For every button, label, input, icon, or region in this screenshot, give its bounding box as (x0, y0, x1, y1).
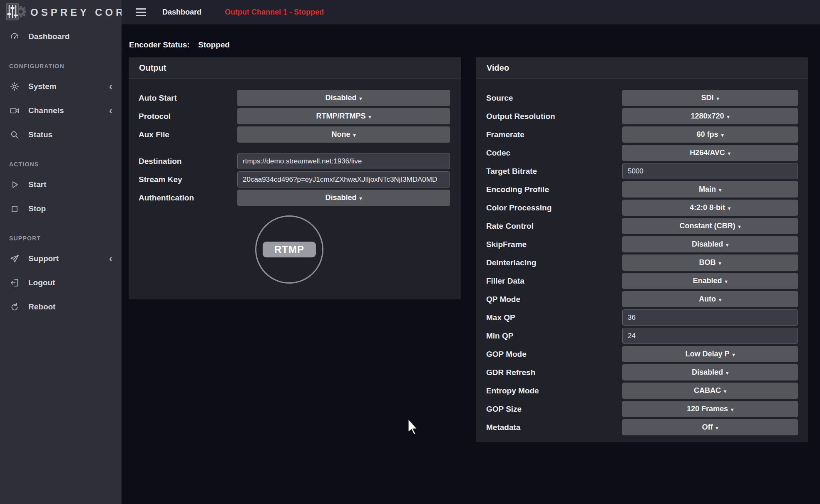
topnav-channel-status[interactable]: Output Channel 1 - Stopped (225, 8, 324, 17)
row-label-gop-mode: GOP Mode (486, 350, 622, 359)
sidebar-nav: DashboardCONFIGURATIONSystem‹Channels‹St… (0, 25, 122, 319)
sidebar: OSPREY CORE DashboardCONFIGURATIONSystem… (0, 0, 122, 504)
gear-icon (9, 81, 20, 92)
row-label-destination: Destination (139, 157, 237, 166)
sidebar-section-actions: ACTIONS (0, 156, 122, 173)
caret-down-icon: ▾ (726, 242, 728, 247)
search-icon (9, 129, 20, 140)
sidebar-item-dashboard[interactable]: Dashboard (0, 25, 122, 49)
sidebar-item-reboot[interactable]: Reboot (0, 295, 122, 319)
caret-down-icon: ▾ (724, 389, 726, 394)
caret-down-icon: ▾ (360, 96, 362, 101)
framerate-dropdown[interactable]: 60 fps▾ (622, 126, 798, 143)
row-label-deinterlacing: Deinterlacing (486, 258, 622, 267)
entropy-mode-dropdown[interactable]: CABAC▾ (622, 383, 798, 399)
auto-start-dropdown-value: Disabled (325, 94, 356, 102)
sidebar-item-label: Start (28, 180, 46, 189)
logout-icon (9, 277, 20, 288)
encoding-profile-dropdown[interactable]: Main▾ (622, 181, 798, 198)
caret-down-icon: ▾ (716, 96, 719, 101)
gop-size-dropdown-value: 120 Frames (687, 405, 728, 413)
stop-icon (9, 203, 20, 214)
output-panel: Output Auto StartDisabled▾ProtocolRTMP/R… (129, 57, 461, 299)
max-qp-input[interactable] (622, 309, 798, 326)
caret-down-icon: ▾ (738, 224, 740, 229)
gop-mode-dropdown[interactable]: Low Delay P▾ (622, 346, 798, 362)
row-gop-mode: GOP ModeLow Delay P▾ (486, 346, 798, 362)
gop-mode-dropdown-value: Low Delay P (685, 350, 729, 358)
qp-mode-dropdown[interactable]: Auto▾ (622, 291, 798, 307)
row-aux-file: Aux FileNone▾ (139, 126, 450, 143)
sidebar-item-label: Stop (28, 204, 46, 213)
row-output-resolution: Output Resolution1280x720▾ (486, 108, 798, 124)
source-dropdown[interactable]: SDI▾ (622, 90, 798, 106)
gop-size-dropdown[interactable]: 120 Frames▾ (622, 401, 798, 417)
sidebar-item-system[interactable]: System‹ (0, 74, 122, 99)
stream-key-input[interactable] (237, 171, 450, 188)
video-panel-title: Video (476, 57, 808, 79)
gdr-refresh-dropdown[interactable]: Disabled▾ (622, 364, 798, 380)
app-root: OSPREY CORE DashboardCONFIGURATIONSystem… (0, 0, 820, 504)
filler-data-dropdown[interactable]: Enabled▾ (622, 273, 798, 289)
encoder-status-value: Stopped (198, 40, 230, 49)
sidebar-section-support: SUPPORT (0, 230, 122, 247)
send-icon (9, 253, 20, 264)
caret-down-icon: ▾ (718, 261, 721, 266)
skipframe-dropdown[interactable]: Disabled▾ (622, 236, 798, 252)
caret-down-icon: ▾ (731, 407, 733, 412)
min-qp-input[interactable] (622, 328, 798, 344)
destination-input[interactable] (237, 153, 450, 169)
metadata-dropdown[interactable]: Off▾ (622, 419, 798, 435)
caret-down-icon: ▾ (719, 297, 721, 302)
row-label-color-processing: Color Processing (486, 203, 622, 212)
row-label-codec: Codec (486, 148, 622, 158)
caret-down-icon: ▾ (719, 188, 721, 193)
caret-down-icon: ▾ (733, 352, 735, 357)
codec-dropdown-value: H264/AVC (690, 148, 725, 157)
auto-start-dropdown[interactable]: Disabled▾ (237, 90, 450, 106)
menu-icon[interactable] (136, 8, 146, 16)
rate-control-dropdown[interactable]: Constant (CBR)▾ (622, 218, 798, 234)
sidebar-item-channels[interactable]: Channels‹ (0, 99, 122, 123)
caret-down-icon: ▾ (721, 133, 724, 138)
reboot-icon (9, 301, 20, 312)
output-resolution-dropdown[interactable]: 1280x720▾ (622, 108, 798, 124)
video-panel-body: SourceSDI▾Output Resolution1280x720▾Fram… (476, 79, 808, 435)
output-panel-body: Auto StartDisabled▾ProtocolRTMP/RTMPS▾Au… (129, 79, 461, 206)
codec-dropdown[interactable]: H264/AVC▾ (622, 145, 798, 161)
sidebar-item-start[interactable]: Start (0, 173, 122, 197)
chevron-left-icon: ‹ (109, 82, 112, 91)
row-label-auto-start: Auto Start (139, 94, 237, 103)
deinterlacing-dropdown-value: BOB (699, 258, 716, 267)
brand: OSPREY CORE (0, 0, 122, 25)
main-content: Encoder Status: Stopped Output Auto Star… (122, 25, 820, 504)
brand-name: OSPREY CORE (30, 7, 136, 18)
sidebar-item-logout[interactable]: Logout (0, 271, 122, 295)
encoder-status-label: Encoder Status: (129, 40, 190, 49)
sidebar-item-status[interactable]: Status (0, 123, 122, 147)
sidebar-item-label: Dashboard (28, 32, 70, 41)
target-bitrate-input[interactable] (622, 163, 798, 179)
row-rate-control: Rate ControlConstant (CBR)▾ (486, 218, 798, 234)
protocol-dropdown-value: RTMP/RTMPS (316, 112, 365, 121)
caret-down-icon: ▾ (726, 371, 728, 376)
gauge-icon (9, 31, 20, 42)
sidebar-item-label: Status (28, 130, 52, 139)
caret-down-icon: ▾ (728, 151, 731, 156)
protocol-dropdown[interactable]: RTMP/RTMPS▾ (237, 108, 450, 124)
row-label-filler-data: Filler Data (486, 277, 622, 286)
row-stream-key: Stream Key (139, 171, 450, 188)
sidebar-item-support[interactable]: Support‹ (0, 247, 122, 271)
deinterlacing-dropdown[interactable]: BOB▾ (622, 254, 798, 271)
row-label-max-qp: Max QP (486, 313, 622, 322)
color-processing-dropdown-value: 4:2:0 8-bit (690, 203, 725, 212)
color-processing-dropdown[interactable]: 4:2:0 8-bit▾ (622, 200, 798, 216)
row-encoding-profile: Encoding ProfileMain▾ (486, 181, 798, 198)
row-label-rate-control: Rate Control (486, 222, 622, 231)
row-label-framerate: Framerate (486, 130, 622, 139)
authentication-dropdown[interactable]: Disabled▾ (237, 190, 450, 206)
video-panel: Video SourceSDI▾Output Resolution1280x72… (476, 57, 808, 442)
aux-file-dropdown[interactable]: None▾ (237, 126, 450, 143)
sidebar-item-stop[interactable]: Stop (0, 197, 122, 221)
topnav-dashboard[interactable]: Dashboard (162, 8, 201, 17)
